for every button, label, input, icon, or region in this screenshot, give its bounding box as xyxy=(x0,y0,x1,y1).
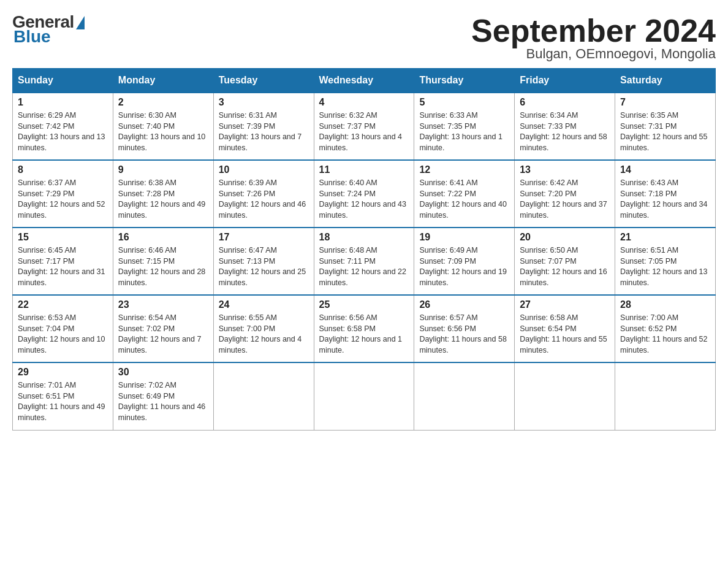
day-info: Sunrise: 6:30 AMSunset: 7:40 PMDaylight:… xyxy=(118,110,208,153)
day-info: Sunrise: 7:01 AMSunset: 6:51 PMDaylight:… xyxy=(18,380,108,423)
day-info: Sunrise: 6:53 AMSunset: 7:04 PMDaylight:… xyxy=(18,313,108,356)
day-number: 30 xyxy=(118,367,208,378)
day-info: Sunrise: 6:57 AMSunset: 6:56 PMDaylight:… xyxy=(419,313,509,356)
day-info: Sunrise: 6:56 AMSunset: 6:58 PMDaylight:… xyxy=(319,313,409,356)
day-info: Sunrise: 6:55 AMSunset: 7:00 PMDaylight:… xyxy=(219,313,309,356)
day-number: 6 xyxy=(520,97,610,108)
day-number: 28 xyxy=(620,299,710,310)
header-friday: Friday xyxy=(515,69,615,93)
calendar-cell xyxy=(314,362,414,430)
week-row-1: 1Sunrise: 6:29 AMSunset: 7:42 PMDaylight… xyxy=(13,93,716,160)
calendar-cell: 23Sunrise: 6:54 AMSunset: 7:02 PMDayligh… xyxy=(113,295,213,362)
header-saturday: Saturday xyxy=(615,69,716,93)
day-info: Sunrise: 6:35 AMSunset: 7:31 PMDaylight:… xyxy=(620,110,710,153)
day-number: 13 xyxy=(520,164,610,175)
day-number: 16 xyxy=(118,232,208,243)
calendar-cell: 29Sunrise: 7:01 AMSunset: 6:51 PMDayligh… xyxy=(13,362,113,430)
calendar-cell: 13Sunrise: 6:42 AMSunset: 7:20 PMDayligh… xyxy=(515,160,615,228)
calendar-cell: 20Sunrise: 6:50 AMSunset: 7:07 PMDayligh… xyxy=(515,228,615,295)
day-number: 22 xyxy=(18,299,108,310)
day-info: Sunrise: 6:39 AMSunset: 7:26 PMDaylight:… xyxy=(219,178,309,221)
calendar-cell: 22Sunrise: 6:53 AMSunset: 7:04 PMDayligh… xyxy=(13,295,113,362)
day-number: 2 xyxy=(118,97,208,108)
header-sunday: Sunday xyxy=(13,69,113,93)
day-number: 26 xyxy=(419,299,509,310)
day-info: Sunrise: 6:47 AMSunset: 7:13 PMDaylight:… xyxy=(219,245,309,288)
day-info: Sunrise: 6:50 AMSunset: 7:07 PMDaylight:… xyxy=(520,245,610,288)
calendar-cell: 9Sunrise: 6:38 AMSunset: 7:28 PMDaylight… xyxy=(113,160,213,228)
day-number: 1 xyxy=(18,97,108,108)
week-row-2: 8Sunrise: 6:37 AMSunset: 7:29 PMDaylight… xyxy=(13,160,716,228)
day-number: 8 xyxy=(18,164,108,175)
calendar-cell: 19Sunrise: 6:49 AMSunset: 7:09 PMDayligh… xyxy=(414,228,515,295)
calendar-cell: 24Sunrise: 6:55 AMSunset: 7:00 PMDayligh… xyxy=(213,295,314,362)
day-number: 17 xyxy=(219,232,309,243)
day-number: 5 xyxy=(419,97,509,108)
day-number: 14 xyxy=(620,164,710,175)
day-info: Sunrise: 6:45 AMSunset: 7:17 PMDaylight:… xyxy=(18,245,108,288)
day-info: Sunrise: 6:34 AMSunset: 7:33 PMDaylight:… xyxy=(520,110,610,153)
day-info: Sunrise: 7:00 AMSunset: 6:52 PMDaylight:… xyxy=(620,313,710,356)
calendar-cell: 5Sunrise: 6:33 AMSunset: 7:35 PMDaylight… xyxy=(414,93,515,160)
logo-triangle-icon xyxy=(76,16,85,29)
day-number: 15 xyxy=(18,232,108,243)
calendar-cell: 6Sunrise: 6:34 AMSunset: 7:33 PMDaylight… xyxy=(515,93,615,160)
calendar-cell: 27Sunrise: 6:58 AMSunset: 6:54 PMDayligh… xyxy=(515,295,615,362)
week-row-4: 22Sunrise: 6:53 AMSunset: 7:04 PMDayligh… xyxy=(13,295,716,362)
day-number: 27 xyxy=(520,299,610,310)
day-info: Sunrise: 6:40 AMSunset: 7:24 PMDaylight:… xyxy=(319,178,409,221)
day-number: 29 xyxy=(18,367,108,378)
day-info: Sunrise: 6:31 AMSunset: 7:39 PMDaylight:… xyxy=(219,110,309,153)
calendar-cell xyxy=(615,362,716,430)
day-number: 21 xyxy=(620,232,710,243)
calendar-cell: 26Sunrise: 6:57 AMSunset: 6:56 PMDayligh… xyxy=(414,295,515,362)
calendar-cell xyxy=(515,362,615,430)
calendar-cell: 12Sunrise: 6:41 AMSunset: 7:22 PMDayligh… xyxy=(414,160,515,228)
day-info: Sunrise: 6:48 AMSunset: 7:11 PMDaylight:… xyxy=(319,245,409,288)
logo: General Blue xyxy=(12,12,85,47)
calendar-cell: 21Sunrise: 6:51 AMSunset: 7:05 PMDayligh… xyxy=(615,228,716,295)
calendar-cell: 17Sunrise: 6:47 AMSunset: 7:13 PMDayligh… xyxy=(213,228,314,295)
day-number: 23 xyxy=(118,299,208,310)
calendar-cell: 2Sunrise: 6:30 AMSunset: 7:40 PMDaylight… xyxy=(113,93,213,160)
day-number: 3 xyxy=(219,97,309,108)
calendar-cell: 1Sunrise: 6:29 AMSunset: 7:42 PMDaylight… xyxy=(13,93,113,160)
calendar-cell xyxy=(414,362,515,430)
month-title: September 2024 xyxy=(471,12,716,49)
calendar-cell: 8Sunrise: 6:37 AMSunset: 7:29 PMDaylight… xyxy=(13,160,113,228)
day-info: Sunrise: 6:41 AMSunset: 7:22 PMDaylight:… xyxy=(419,178,509,221)
calendar-cell: 15Sunrise: 6:45 AMSunset: 7:17 PMDayligh… xyxy=(13,228,113,295)
calendar-cell: 28Sunrise: 7:00 AMSunset: 6:52 PMDayligh… xyxy=(615,295,716,362)
day-number: 24 xyxy=(219,299,309,310)
day-number: 10 xyxy=(219,164,309,175)
day-number: 12 xyxy=(419,164,509,175)
header-thursday: Thursday xyxy=(414,69,515,93)
title-section: September 2024 Bulgan, OEmnoegovi, Mongo… xyxy=(471,12,716,62)
day-number: 25 xyxy=(319,299,409,310)
week-row-3: 15Sunrise: 6:45 AMSunset: 7:17 PMDayligh… xyxy=(13,228,716,295)
day-info: Sunrise: 6:46 AMSunset: 7:15 PMDaylight:… xyxy=(118,245,208,288)
day-info: Sunrise: 6:33 AMSunset: 7:35 PMDaylight:… xyxy=(419,110,509,153)
calendar-cell: 25Sunrise: 6:56 AMSunset: 6:58 PMDayligh… xyxy=(314,295,414,362)
day-info: Sunrise: 6:43 AMSunset: 7:18 PMDaylight:… xyxy=(620,178,710,221)
day-info: Sunrise: 6:58 AMSunset: 6:54 PMDaylight:… xyxy=(520,313,610,356)
day-info: Sunrise: 6:54 AMSunset: 7:02 PMDaylight:… xyxy=(118,313,208,356)
day-info: Sunrise: 6:42 AMSunset: 7:20 PMDaylight:… xyxy=(520,178,610,221)
day-number: 18 xyxy=(319,232,409,243)
day-info: Sunrise: 6:38 AMSunset: 7:28 PMDaylight:… xyxy=(118,178,208,221)
calendar-cell: 18Sunrise: 6:48 AMSunset: 7:11 PMDayligh… xyxy=(314,228,414,295)
logo-blue-text: Blue xyxy=(13,27,51,47)
day-number: 20 xyxy=(520,232,610,243)
day-info: Sunrise: 6:29 AMSunset: 7:42 PMDaylight:… xyxy=(18,110,108,153)
calendar-cell: 10Sunrise: 6:39 AMSunset: 7:26 PMDayligh… xyxy=(213,160,314,228)
day-number: 9 xyxy=(118,164,208,175)
day-number: 11 xyxy=(319,164,409,175)
calendar-cell: 4Sunrise: 6:32 AMSunset: 7:37 PMDaylight… xyxy=(314,93,414,160)
header-tuesday: Tuesday xyxy=(213,69,314,93)
calendar-cell: 16Sunrise: 6:46 AMSunset: 7:15 PMDayligh… xyxy=(113,228,213,295)
header-monday: Monday xyxy=(113,69,213,93)
calendar-cell: 14Sunrise: 6:43 AMSunset: 7:18 PMDayligh… xyxy=(615,160,716,228)
day-number: 4 xyxy=(319,97,409,108)
calendar-table: Sunday Monday Tuesday Wednesday Thursday… xyxy=(12,68,716,431)
day-info: Sunrise: 6:32 AMSunset: 7:37 PMDaylight:… xyxy=(319,110,409,153)
